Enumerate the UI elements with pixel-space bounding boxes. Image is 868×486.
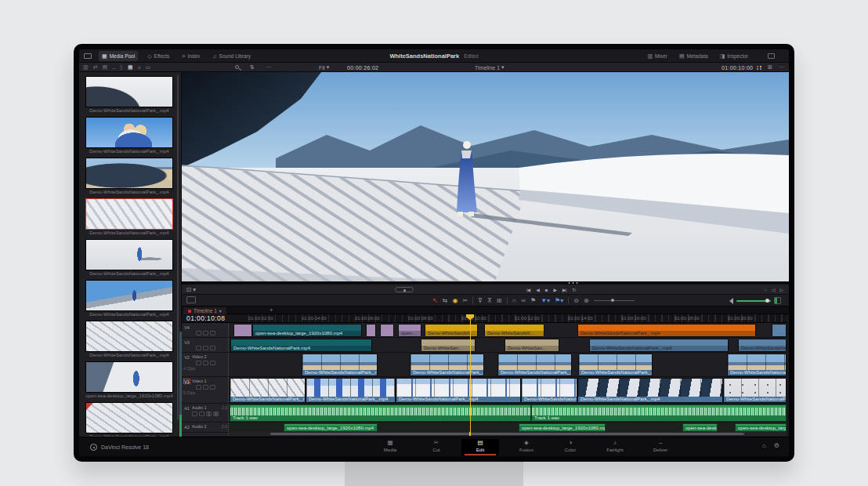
track-camera-icon[interactable] xyxy=(210,346,215,350)
track-lock-icon[interactable] xyxy=(196,346,201,350)
audio-meter-icon[interactable] xyxy=(774,297,781,304)
play-button[interactable]: ▶ xyxy=(553,287,556,292)
page-button-color[interactable]: ◑Color xyxy=(552,439,589,455)
media-clip[interactable]: Demo-WhiteSandsNationalPark_.mp4 xyxy=(85,280,173,319)
timeline-clip[interactable] xyxy=(366,324,376,337)
track-badge-A1[interactable]: A1 xyxy=(183,405,190,411)
tab-effects[interactable]: ◇Effects xyxy=(144,51,172,61)
track-enable-icon[interactable] xyxy=(203,331,208,335)
timeline-zoom-select[interactable]: ⊡ ▾ xyxy=(186,285,196,295)
track-header-V4[interactable]: V4 xyxy=(182,323,229,338)
timeline-selector[interactable]: Timeline 1 ▾ xyxy=(475,63,505,72)
trim-edit-mode-icon[interactable]: ⇆ xyxy=(443,297,448,304)
media-clip[interactable]: Demo-WhiteSandsNationalPark_.mp4 xyxy=(85,117,173,156)
replace-clip-icon[interactable]: ⊞ xyxy=(497,297,502,304)
timeline-clip[interactable]: Demo-WhiteSandsN... xyxy=(484,324,544,337)
track-camera-icon[interactable] xyxy=(210,385,215,390)
timeline-clip[interactable]: Demo-WhiteSan... xyxy=(505,339,559,352)
timeline-clip[interactable] xyxy=(772,324,787,337)
metadata-view-icon[interactable]: ▭ xyxy=(146,64,151,71)
timeline-clip[interactable]: Demo-WhiteSandsNationalPark_.mp4 xyxy=(302,354,378,376)
track-badge-V4[interactable]: V4 xyxy=(183,325,190,330)
timeline-clip[interactable]: Demo-WhiteSandsNationalPark_.mp4 xyxy=(521,378,577,403)
timeline-clip[interactable] xyxy=(233,324,252,337)
metadata-panel-button[interactable]: ▤Metadata xyxy=(678,51,710,61)
mark-out-button[interactable]: ▷ xyxy=(779,287,783,292)
zoom-in-icon[interactable]: ⊕ xyxy=(584,297,589,304)
timeline-clip[interactable]: Demo-WhiteSandsNationalPark_.mp4 xyxy=(589,339,729,352)
track-header-V2[interactable]: V2Video 24 Clips xyxy=(182,353,229,377)
stop-button[interactable]: ■ xyxy=(545,288,548,292)
timeline-clip[interactable]: Track 1.wav xyxy=(531,404,787,422)
track-badge-V1[interactable]: V1 xyxy=(183,379,190,384)
timeline-clip[interactable]: Demo-WhiteSandsNationalPark_.mp4 xyxy=(410,354,484,376)
timeline-clip[interactable]: Demo-WhiteSandsNationalPark_.mp4 xyxy=(727,354,787,376)
match-frame-button[interactable]: ○ xyxy=(764,288,766,292)
track-lock-icon[interactable] xyxy=(196,331,201,335)
dynamic-trim-mode-icon[interactable]: ◉ xyxy=(452,297,458,304)
track-badge-A2[interactable]: A2 xyxy=(183,424,190,430)
timeline-clip[interactable]: Demo-WhiteSandsNationalPark_.mp4 xyxy=(577,324,756,337)
media-clip[interactable]: Demo-WhiteSandsNationalPark_.mp4 xyxy=(85,321,173,360)
track-badge-V2[interactable]: V2 xyxy=(183,354,190,360)
thumbnail-view-icon[interactable]: ▦ xyxy=(128,64,133,71)
flag-dropdown-icon[interactable]: ⚑▾ xyxy=(555,297,563,304)
track-enable-icon[interactable] xyxy=(203,346,208,350)
track-enable-icon[interactable] xyxy=(203,361,208,365)
track-enable-icon[interactable] xyxy=(203,385,208,390)
media-clip[interactable]: Demo-WhiteSandsNationalPark_.mp4 xyxy=(85,402,173,437)
mark-in-button[interactable]: ◁ xyxy=(772,287,775,292)
search-icon[interactable] xyxy=(235,65,239,69)
position-lock-icon[interactable]: ⚑ xyxy=(530,297,536,304)
zoom-slider[interactable] xyxy=(594,300,635,301)
timeline-clip[interactable]: open-... xyxy=(398,324,421,337)
track-header-V1[interactable]: V1Video 15 Clips xyxy=(182,377,229,404)
list-view-icon[interactable]: ≡ xyxy=(138,65,141,71)
timeline-horizontal-scrollbar[interactable] xyxy=(229,432,787,436)
workspace-icon[interactable] xyxy=(84,53,92,59)
selection-mode-icon[interactable]: ↖ xyxy=(432,297,438,304)
snapping-icon[interactable]: ∩ xyxy=(512,297,517,304)
inspector-panel-button[interactable]: ◨Inspector xyxy=(718,51,750,61)
marker-dropdown-icon[interactable]: ▼▾ xyxy=(541,297,550,304)
track-header-A1[interactable]: A1Audio 12.0SM xyxy=(182,404,229,423)
viewer-more-icon[interactable]: ⋯ xyxy=(779,63,784,72)
timeline-clip[interactable]: Demo-WhiteSandsNationalPark_.mp4 xyxy=(396,378,521,403)
track-lock-icon[interactable] xyxy=(196,361,201,365)
timeline-clip[interactable]: Demo-WhiteSandsNationalPark.mp4 xyxy=(230,339,372,352)
timeline-clip[interactable]: Demo-WhiteSan... xyxy=(421,339,476,352)
insert-clip-icon[interactable]: ⊽ xyxy=(478,297,483,304)
navigate-bins-icon[interactable]: ⇄ xyxy=(93,64,98,71)
page-button-fairlight[interactable]: ♪Fairlight xyxy=(596,439,634,455)
page-button-cut[interactable]: ✂Cut xyxy=(418,439,455,455)
play-reverse-button[interactable]: ◀ xyxy=(536,287,539,292)
timeline-clip[interactable]: Demo-WhiteSandsNa... xyxy=(738,339,787,352)
track-header-V3[interactable]: V3 xyxy=(182,338,229,353)
media-clip[interactable]: Demo-WhiteSandsNationalPark_.mp4 xyxy=(85,198,173,238)
timeline-clip[interactable] xyxy=(380,324,394,337)
scrollbar-thumb[interactable] xyxy=(270,433,744,435)
timeline-clip[interactable]: Demo-WhiteSandsNationalPark_.mp4 xyxy=(497,354,572,376)
media-clip[interactable]: Demo-WhiteSandsNationalPark_.mp4 xyxy=(85,76,173,115)
media-clip[interactable]: Demo-WhiteSandsNationalPark_.mp4 xyxy=(85,239,173,278)
page-button-edit[interactable]: ▤Edit xyxy=(461,439,499,455)
timeline-view-options-icon[interactable] xyxy=(186,296,196,303)
timeline-clip[interactable]: open-sea-desktop_large_1920x108... xyxy=(682,423,718,432)
jog-control[interactable] xyxy=(395,287,414,292)
playhead-line[interactable] xyxy=(470,314,472,436)
new-bin-icon[interactable]: ▤ xyxy=(103,64,108,71)
timeline-clip[interactable]: Demo-WhiteSandsNationalPark_.mp4 xyxy=(577,378,723,403)
media-clip[interactable]: Demo-WhiteSandsNationalPark_.mp4 xyxy=(85,158,173,197)
tab-sound-library[interactable]: ♫Sound Library xyxy=(209,51,254,61)
sort-icon[interactable]: ⇅ xyxy=(250,63,255,72)
speaker-icon[interactable] xyxy=(729,298,733,304)
bin-list-icon[interactable]: ▥ xyxy=(83,64,89,71)
timeline-clip[interactable]: Track 1.wav xyxy=(230,404,531,422)
grid-icon[interactable]: ⊞ xyxy=(768,63,772,72)
linked-selection-icon[interactable]: ∞ xyxy=(521,297,526,304)
track-header-A2[interactable]: A2Audio 22.0 xyxy=(182,423,229,433)
timeline-clip[interactable]: Demo-WhiteSandsNationalPark_.mp4 xyxy=(230,378,306,403)
panel-layout-icon[interactable] xyxy=(768,53,775,59)
track-lock-icon[interactable] xyxy=(192,412,197,416)
page-button-deliver[interactable]: →Deliver xyxy=(642,439,679,455)
